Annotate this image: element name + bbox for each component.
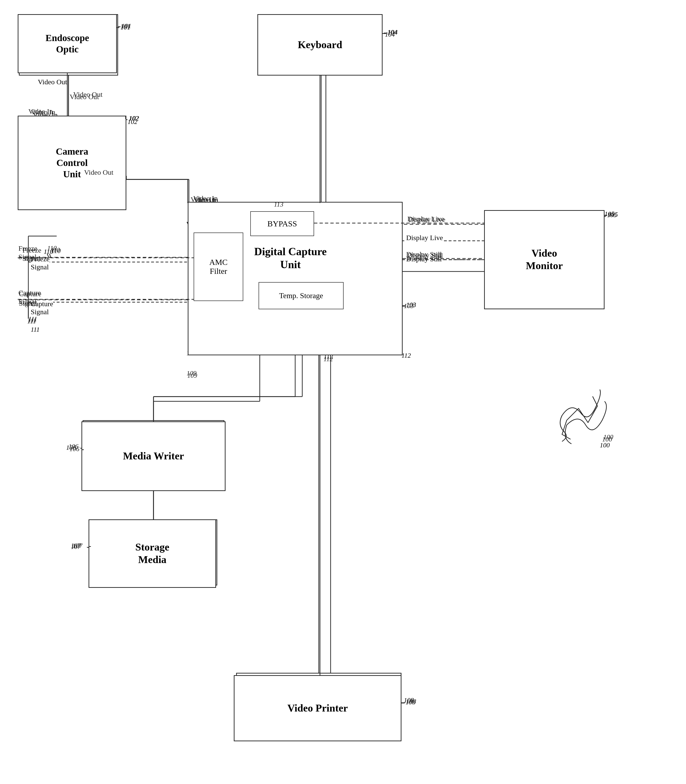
media-writer-display-label: Media Writer [123,450,184,463]
ccu-display-label: Camera Control Unit [56,146,88,180]
ref-101: 101 [121,24,131,31]
ref-107: 107 [71,543,81,551]
display-live-label: Display Live [406,234,443,242]
ref-110: 110 [44,248,53,256]
ref-108: 108 [404,696,414,704]
ref-104: 104 [385,31,395,38]
storage-media-display-box: Storage Media [88,519,216,588]
ref-100: 100 [600,442,610,449]
ref-103: 103 [404,302,414,310]
temp-storage-display-label: Temp. Storage [279,291,323,300]
keyboard-display-label: Keyboard [298,39,342,51]
ref-102: 102 [127,118,137,126]
video-printer-display-label: Video Printer [287,702,348,715]
capture-signal-label: Capture Signal [31,300,53,316]
ref-112: 112 [402,352,411,359]
ref-106: 106 [66,444,76,451]
amc-display-box: AMC Filter [194,233,243,301]
ref-105: 105 [604,210,614,218]
display-still-label: Display Still [406,255,442,263]
media-writer-display-box: Media Writer [82,421,225,491]
endoscope-label-display: Endoscope Optic [46,33,89,55]
storage-media-display-label: Storage Media [135,541,169,566]
video-printer-display-box: Video Printer [234,675,402,741]
temp-storage-display-box: Temp. Storage [258,282,344,309]
endoscope-optic-box: Endoscope Optic [18,14,117,73]
freeze-signal-label: Freeze Signal [31,255,50,271]
ref-111: 111 [31,326,40,333]
keyboard-display-box: Keyboard [257,14,382,75]
video-monitor-display-box: Video Monitor [484,210,604,309]
bypass-display-label: BYPASS [267,219,297,228]
ccu-display-box: Camera Control Unit [18,116,126,210]
diagram: Endoscope Optic 101 Video Out Camera Con… [0,0,686,784]
video-out-1-label: Video Out [38,78,67,86]
bypass-display-box: BYPASS [250,211,314,236]
amc-display-label: AMC Filter [209,258,227,276]
video-monitor-display-label: Video Monitor [526,247,563,272]
